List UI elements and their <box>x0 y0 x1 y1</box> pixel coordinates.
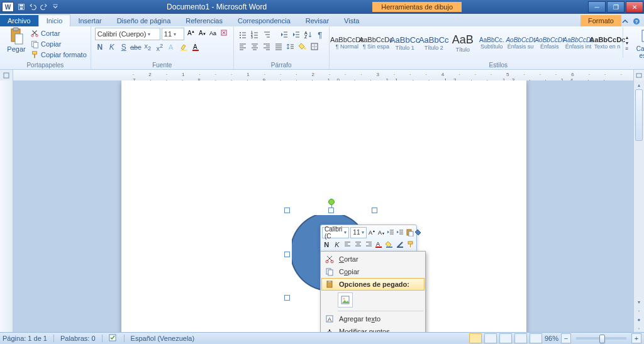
style-strong[interactable]: AaBbCcDcTexto en n... <box>594 28 621 58</box>
justify-icon[interactable] <box>274 42 284 52</box>
zoom-slider[interactable] <box>576 337 626 340</box>
mini-fill-icon[interactable] <box>415 228 423 238</box>
font-name-combo[interactable]: Calibri (Cuerpo)▾ <box>95 28 160 40</box>
style-heading1[interactable]: AaBbCcTítulo 1 <box>391 28 419 58</box>
resize-handle-ml[interactable] <box>284 252 290 257</box>
mini-align-center-icon[interactable] <box>353 240 363 250</box>
maximize-button[interactable]: ❐ <box>607 1 625 13</box>
tab-review[interactable]: Revisar <box>298 15 336 26</box>
paste-option-picture-icon[interactable] <box>338 292 353 308</box>
underline-icon[interactable]: S <box>119 42 129 52</box>
minimize-button[interactable]: ─ <box>588 1 606 13</box>
sort-icon[interactable]: AZ <box>303 30 313 40</box>
font-color-icon[interactable]: A <box>191 42 201 52</box>
view-full-screen-icon[interactable] <box>484 333 497 343</box>
status-language[interactable]: Español (Venezuela) <box>131 335 195 342</box>
style-title[interactable]: AaBTítulo <box>449 28 477 58</box>
status-proofing-icon[interactable] <box>109 334 118 343</box>
menu-add-text[interactable]: AAgregar texto <box>321 313 425 325</box>
style-emphasis[interactable]: AoBbCcDtÉnfasis <box>536 28 564 58</box>
mini-font-combo[interactable]: Calibri (C▾ <box>322 227 349 238</box>
mini-format-painter-icon[interactable] <box>406 240 415 250</box>
mini-italic-icon[interactable]: K <box>333 240 342 250</box>
resize-handle-tm[interactable] <box>328 208 334 213</box>
tab-page-layout[interactable]: Diseño de página <box>109 15 179 26</box>
mini-shrink-font-icon[interactable]: A▼ <box>377 228 386 238</box>
menu-paste-options[interactable]: Opciones de pegado: <box>321 278 425 291</box>
shrink-font-icon[interactable]: A▼ <box>197 28 207 38</box>
scroll-down-icon[interactable]: ▾ <box>634 297 644 306</box>
show-marks-icon[interactable]: ¶ <box>315 30 325 40</box>
cut-button[interactable]: Cortar <box>30 29 87 38</box>
mini-bold-icon[interactable]: N <box>322 240 331 250</box>
mini-decrease-indent-icon[interactable] <box>387 228 395 238</box>
zoom-level[interactable]: 96% <box>545 335 558 342</box>
style-subtle-emphasis[interactable]: AoBbCcDtÉnfasis sutil <box>507 28 535 58</box>
menu-copy[interactable]: Copiar <box>321 265 425 278</box>
increase-indent-icon[interactable] <box>291 30 301 40</box>
scroll-up-icon[interactable]: ▴ <box>634 80 644 89</box>
mini-font-color-icon[interactable]: A <box>374 240 384 250</box>
grow-font-icon[interactable]: A▲ <box>186 28 196 38</box>
paste-button[interactable]: Pegar <box>4 28 29 53</box>
mini-shape-fill-icon[interactable] <box>385 240 394 250</box>
mini-paste-icon[interactable] <box>406 228 414 238</box>
mini-align-left-icon[interactable] <box>343 240 352 250</box>
style-normal[interactable]: AaBbCcDc¶ Normal <box>333 28 361 58</box>
italic-icon[interactable]: K <box>107 42 117 52</box>
tab-view[interactable]: Vista <box>336 15 367 26</box>
style-heading2[interactable]: AaBbCcTítulo 2 <box>420 28 448 58</box>
status-words[interactable]: Palabras: 0 <box>60 335 96 342</box>
align-center-icon[interactable] <box>250 42 260 52</box>
superscript-icon[interactable]: x2 <box>155 42 165 52</box>
bold-icon[interactable]: N <box>95 42 105 52</box>
mini-grow-font-icon[interactable]: A▲ <box>368 228 376 238</box>
browse-next-icon[interactable]: ◦ <box>634 324 644 333</box>
tab-home[interactable]: Inicio <box>38 14 71 26</box>
resize-handle-tr[interactable] <box>372 208 377 213</box>
zoom-slider-thumb[interactable] <box>599 335 605 343</box>
decrease-indent-icon[interactable] <box>279 30 289 40</box>
borders-icon[interactable] <box>309 42 319 52</box>
vertical-ruler[interactable] <box>0 80 13 333</box>
save-icon[interactable] <box>17 3 26 11</box>
mini-increase-indent-icon[interactable] <box>396 228 404 238</box>
mini-align-right-icon[interactable] <box>364 240 374 250</box>
qat-customize-icon[interactable] <box>51 3 60 11</box>
change-styles-button[interactable]: A Cambiar estilos <box>633 28 644 59</box>
resize-handle-bl[interactable] <box>284 295 290 301</box>
align-right-icon[interactable] <box>262 42 272 52</box>
copy-button[interactable]: Copiar <box>30 40 87 48</box>
browse-object-icon[interactable]: ● <box>634 315 644 324</box>
browse-prev-icon[interactable]: ◦ <box>634 306 644 315</box>
menu-cut[interactable]: Cor​tar <box>321 253 425 265</box>
font-size-combo[interactable]: 11▾ <box>162 28 184 40</box>
multilevel-list-icon[interactable] <box>262 30 272 40</box>
styles-gallery-more[interactable]: ▴▾≡ <box>623 28 631 58</box>
shading-icon[interactable] <box>297 42 308 52</box>
view-outline-icon[interactable] <box>514 333 527 343</box>
status-page[interactable]: Página: 1 de 1 <box>3 335 47 342</box>
subscript-icon[interactable]: x2 <box>143 42 153 52</box>
line-spacing-icon[interactable] <box>286 42 296 52</box>
styles-gallery[interactable]: AaBbCcDc¶ Normal AaBbCcDc¶ Sin espa... A… <box>333 28 631 58</box>
mini-shape-outline-icon[interactable] <box>396 240 405 250</box>
undo-icon[interactable] <box>28 3 37 11</box>
bullets-icon[interactable] <box>238 30 248 40</box>
align-left-icon[interactable] <box>238 42 248 52</box>
ruler-corner-icon[interactable] <box>0 70 13 81</box>
strikethrough-icon[interactable]: abc <box>131 42 141 52</box>
highlight-icon[interactable] <box>179 42 189 52</box>
redo-icon[interactable] <box>40 3 48 11</box>
numbering-icon[interactable]: 123 <box>250 30 260 40</box>
close-button[interactable]: ✕ <box>626 1 643 13</box>
clear-formatting-icon[interactable] <box>219 28 230 38</box>
tab-file[interactable]: Archivo <box>0 15 38 26</box>
vertical-scrollbar[interactable]: ▴ ▾ ◦ ● ◦ <box>633 80 644 333</box>
style-no-spacing[interactable]: AaBbCcDc¶ Sin espa... <box>362 28 390 58</box>
change-case-icon[interactable]: Aa <box>208 28 218 38</box>
tab-insert[interactable]: Insertar <box>70 15 109 26</box>
ruler-toggle-icon[interactable] <box>633 70 644 81</box>
view-web-layout-icon[interactable] <box>499 333 512 343</box>
mini-size-combo[interactable]: 11▾ <box>350 227 367 238</box>
